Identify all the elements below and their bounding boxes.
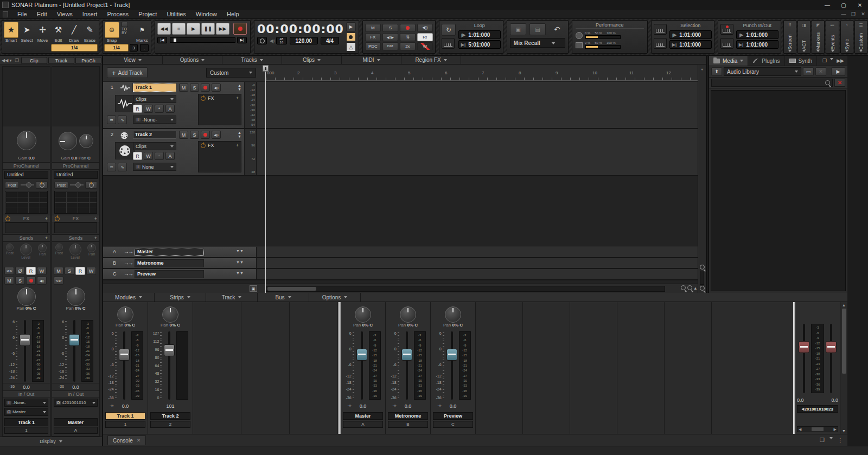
- metronome-button[interactable]: △: [346, 42, 356, 52]
- input-dropdown[interactable]: INone: [133, 163, 176, 171]
- volume-value[interactable]: 0.0: [360, 403, 367, 411]
- bus-name-field[interactable]: Preview: [135, 270, 204, 278]
- menu-edit[interactable]: Edit: [32, 11, 52, 17]
- pan-knob[interactable]: [445, 306, 461, 323]
- mute-button[interactable]: M: [4, 277, 14, 285]
- panel-menu-icon[interactable]: ⋮: [838, 437, 843, 443]
- pan-knob[interactable]: [355, 306, 371, 323]
- volume-value[interactable]: 0.0: [122, 403, 129, 411]
- move-tool-button[interactable]: ✢: [35, 22, 50, 38]
- volume-value[interactable]: 0.0: [450, 403, 457, 411]
- input-echo-button[interactable]: ◀)): [212, 84, 221, 92]
- console-tab[interactable]: Console✕: [107, 435, 146, 445]
- loop-start-field[interactable]: |▶1:01:000: [458, 30, 501, 39]
- rewind-button[interactable]: ◀◀: [157, 23, 171, 35]
- console-vertical-scrollbar[interactable]: ▲▼: [840, 302, 847, 434]
- punch-record-icon[interactable]: [720, 24, 733, 35]
- add-fx-icon[interactable]: +: [94, 215, 97, 222]
- add-fx-icon[interactable]: +: [236, 143, 239, 148]
- volume-fader[interactable]: [400, 330, 414, 401]
- menu-region-fx[interactable]: Region FX: [401, 56, 461, 64]
- arm-button[interactable]: [201, 84, 210, 92]
- menu-modules[interactable]: Modules: [103, 293, 155, 302]
- send-post-knob[interactable]: [6, 243, 14, 251]
- position-slider[interactable]: [170, 37, 235, 43]
- menu-options[interactable]: Options: [163, 56, 222, 64]
- snapshot-list-icon[interactable]: ▤: [529, 23, 546, 35]
- menu-view[interactable]: View: [103, 56, 163, 64]
- punch-out-field[interactable]: ▶|1:01:000: [736, 40, 778, 49]
- muted-speaker-icon[interactable]: ◀)̸: [270, 39, 275, 43]
- solo-button[interactable]: S: [15, 277, 25, 285]
- draw-resolution-dropdown[interactable]: 1/4: [51, 44, 98, 52]
- prochannel-header[interactable]: ProChannel: [52, 162, 99, 170]
- show-buses-icon[interactable]: ▣: [250, 285, 257, 292]
- menu-project[interactable]: Project: [133, 11, 162, 17]
- volume-fader[interactable]: [67, 319, 81, 383]
- tab-media[interactable]: Media: [709, 56, 748, 66]
- dock-icon[interactable]: ❐: [822, 58, 827, 63]
- zoom-menu-icon[interactable]: ▴: [694, 285, 697, 291]
- volume-value[interactable]: 0.0: [52, 383, 99, 390]
- volume-fader[interactable]: [117, 330, 131, 401]
- close-console-icon[interactable]: ✕: [137, 438, 141, 443]
- strip-metronome[interactable]: Pan 0% C 60-6-12-18-24-36-∞ -3-6-9-12-15…: [386, 302, 431, 434]
- bus-name-field[interactable]: Master: [135, 248, 204, 256]
- fit-tracks-icon[interactable]: +: [701, 67, 704, 72]
- scroll-down-icon[interactable]: ▼: [842, 429, 846, 433]
- audition-button[interactable]: A: [165, 105, 175, 113]
- strip-preview[interactable]: Pan 0% C 60-6-12-18-24-36-∞ -3-6-9-12-15…: [431, 302, 476, 434]
- playhead-handle[interactable]: [263, 65, 269, 72]
- draw-tool-button[interactable]: ╱: [67, 22, 81, 38]
- tab-track[interactable]: Track: [48, 57, 74, 64]
- snap-count-field[interactable]: 3: [130, 44, 138, 52]
- track-1-lane[interactable]: [257, 82, 698, 128]
- track-2-lane[interactable]: [257, 129, 698, 175]
- empty-track-area[interactable]: [103, 176, 698, 247]
- send-level-knob[interactable]: [69, 243, 81, 255]
- gain-knob[interactable]: [17, 131, 36, 150]
- strip-name[interactable]: Preview: [433, 412, 473, 420]
- menu-strips[interactable]: Strips: [155, 293, 206, 302]
- loop-end-field[interactable]: ▶|5:01:000: [458, 40, 501, 49]
- pan-knob[interactable]: [162, 306, 178, 323]
- left-output-value[interactable]: 0.0: [797, 398, 804, 403]
- folder-up-button[interactable]: ⬆: [711, 67, 722, 76]
- mix-recall-dropdown[interactable]: Mix Recall: [510, 38, 565, 48]
- solo-button[interactable]: S: [65, 267, 74, 275]
- expand-bus-icon[interactable]: ▼▼: [236, 260, 244, 264]
- write-automation-button[interactable]: W: [86, 267, 96, 275]
- scroll-up-icon[interactable]: ▲: [842, 303, 846, 307]
- input-dropdown[interactable]: I-None-: [133, 116, 176, 124]
- tab-act[interactable]: ◨ACT: [797, 20, 810, 54]
- child-restore-button[interactable]: ❐: [848, 11, 858, 17]
- inspector-collapse-icon[interactable]: ◀◀ ▾: [0, 58, 14, 63]
- tempo-field[interactable]: 120.00: [290, 37, 318, 44]
- maximize-button[interactable]: ▢: [835, 0, 852, 10]
- track-layers-icon[interactable]: ≂: [107, 163, 116, 171]
- fx-bin[interactable]: FX+: [198, 141, 241, 172]
- play-mode-button[interactable]: ▶: [346, 22, 356, 31]
- output-dropdown[interactable]: OMaster: [4, 408, 48, 416]
- sends-header[interactable]: Sends+: [3, 234, 50, 242]
- clear-search-button[interactable]: ✕: [834, 79, 845, 87]
- arm-button[interactable]: [26, 277, 36, 285]
- fx-bin[interactable]: [5, 222, 48, 233]
- write-disable-button[interactable]: W: [417, 42, 433, 50]
- input-dropdown[interactable]: I-None-: [4, 399, 48, 407]
- volume-fader[interactable]: [445, 330, 459, 401]
- phase-button[interactable]: Ø: [15, 267, 25, 275]
- track-name-field[interactable]: Track 2: [133, 131, 176, 139]
- tab-custom[interactable]: ☰Custom: [854, 20, 867, 54]
- fx-bin-header[interactable]: FX+: [52, 215, 99, 222]
- send-pan-knob[interactable]: [38, 243, 47, 252]
- preview-play-button[interactable]: ▶: [831, 67, 845, 76]
- snap-resolution-dropdown[interactable]: 1/4: [104, 44, 129, 52]
- expand-bus-icon[interactable]: ▼▼: [236, 249, 244, 253]
- tab-synth[interactable]: Synth: [785, 56, 818, 66]
- pdc-button[interactable]: PDC: [365, 42, 381, 50]
- tab-clip[interactable]: Clip: [21, 57, 47, 64]
- select-tool-button[interactable]: ➤: [20, 22, 34, 38]
- workspace-dropdown[interactable]: Custom: [206, 68, 256, 78]
- volume-value[interactable]: 0.0: [405, 403, 412, 411]
